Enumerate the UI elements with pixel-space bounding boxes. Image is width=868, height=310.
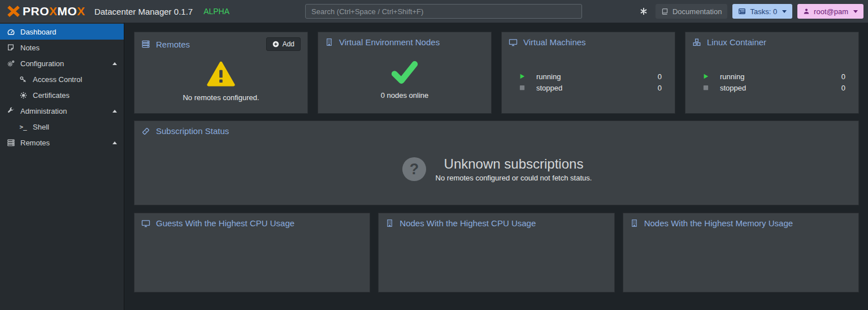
remotes-panel: Remotes Add No remotes configured. <box>134 32 308 114</box>
stop-square-icon <box>702 84 710 91</box>
sidebar-item-administration[interactable]: Administration <box>0 103 124 119</box>
panel-title: Subscription Status <box>156 126 229 136</box>
panel-title: Nodes With the Highest CPU Usage <box>400 218 536 228</box>
sidebar-item-label: Shell <box>33 123 49 131</box>
panel-title: Guests With the Highest CPU Usage <box>156 218 294 228</box>
question-circle-icon: ? <box>401 156 427 182</box>
gears-icon <box>6 59 16 68</box>
sidebar-item-configuration[interactable]: Configuration <box>0 55 124 71</box>
search-input[interactable] <box>305 4 582 19</box>
warning-icon <box>206 61 236 87</box>
book-icon <box>661 8 669 15</box>
nodes-panel: Virtual Environment Nodes 0 nodes online <box>318 32 492 114</box>
user-label: root@pam <box>814 7 848 16</box>
tachometer-icon <box>6 28 16 36</box>
key-icon <box>18 75 28 83</box>
certificate-icon <box>18 92 28 99</box>
monitor-icon <box>141 219 150 228</box>
dashboard-content: Remotes Add No remotes configured. <box>125 23 868 310</box>
sidebar-item-certificates[interactable]: Certificates <box>0 87 124 103</box>
virtual-machines-panel: Virtual Machines running 0 stopped 0 <box>501 32 675 114</box>
chevron-down-icon <box>853 10 858 13</box>
user-icon <box>803 8 810 15</box>
ticket-icon <box>141 127 150 136</box>
add-remote-button[interactable]: Add <box>266 37 301 51</box>
stat-label: stopped <box>720 84 746 92</box>
lxc-stopped-row: stopped 0 <box>685 82 858 93</box>
sidebar-item-label: Dashboard <box>20 28 57 36</box>
stat-value: 0 <box>841 84 845 92</box>
app-title: Datacenter Manager 0.1.7 <box>94 7 193 16</box>
server-icon <box>141 40 150 49</box>
panel-title: Linux Container <box>707 37 766 47</box>
wrench-icon <box>6 107 16 115</box>
stat-label: running <box>720 72 744 81</box>
chevron-up-icon[interactable] <box>112 141 117 144</box>
vm-running-row: running 0 <box>502 71 675 82</box>
play-icon <box>519 73 527 80</box>
svg-text:?: ? <box>409 161 418 178</box>
alpha-badge: ALPHA <box>203 7 229 16</box>
chevron-down-icon <box>782 10 787 13</box>
vm-stopped-row: stopped 0 <box>502 82 675 93</box>
header-actions: Documentation Tasks: 0 root@pam <box>640 4 863 19</box>
check-icon <box>390 60 419 85</box>
linux-container-panel: Linux Container running 0 stopped 0 <box>685 32 859 114</box>
cubes-icon <box>692 38 701 47</box>
stat-label: stopped <box>536 84 562 92</box>
sidebar-item-label: Notes <box>20 44 40 52</box>
theme-asterisk-icon[interactable] <box>640 7 648 15</box>
nodes-online-message: 0 nodes online <box>381 91 429 100</box>
proxmox-logo: PROXMOX <box>7 5 85 18</box>
subscription-status-panel: Subscription Status ? Unknown subscripti… <box>134 120 859 205</box>
nodes-memory-panel: Nodes With the Highest Memory Usage <box>623 213 859 292</box>
plus-circle-icon <box>272 41 279 48</box>
nodes-cpu-panel: Nodes With the Highest CPU Usage <box>378 213 614 292</box>
stat-value: 0 <box>841 72 845 81</box>
sidebar-item-access-control[interactable]: Access Control <box>0 71 124 87</box>
stat-value: 0 <box>658 72 662 81</box>
sidebar-item-label: Administration <box>20 107 67 115</box>
documentation-label: Documentation <box>672 7 722 16</box>
monitor-icon <box>509 38 518 47</box>
sidebar-item-label: Certificates <box>33 91 70 100</box>
sidebar-item-label: Access Control <box>33 75 82 84</box>
building-icon <box>385 219 394 227</box>
panel-title: Virtual Environment Nodes <box>339 37 440 47</box>
chevron-up-icon[interactable] <box>112 110 117 113</box>
sidebar-item-dashboard[interactable]: Dashboard <box>0 24 124 40</box>
sidebar: Dashboard Notes Configuration Access Con… <box>0 23 124 310</box>
documentation-button[interactable]: Documentation <box>656 4 727 19</box>
stop-square-icon <box>519 84 527 91</box>
sidebar-item-label: Configuration <box>20 59 64 68</box>
lxc-running-row: running 0 <box>685 71 858 82</box>
proxmox-x-icon <box>7 5 20 18</box>
add-label: Add <box>283 40 294 48</box>
building-icon <box>325 38 333 46</box>
tasks-button[interactable]: Tasks: 0 <box>732 4 792 19</box>
sidebar-item-shell[interactable]: >_ Shell <box>0 119 124 135</box>
terminal-icon: >_ <box>18 123 28 131</box>
proxmox-logo-text: PROXMOX <box>23 5 85 18</box>
top-bar: PROXMOX Datacenter Manager 0.1.7 ALPHA D… <box>0 0 868 23</box>
panel-title: Nodes With the Highest Memory Usage <box>644 218 793 228</box>
sidebar-item-label: Remotes <box>20 139 50 147</box>
subscription-headline: Unknown subscriptions <box>444 156 584 172</box>
note-icon <box>6 44 16 51</box>
tasks-label: Tasks: 0 <box>750 7 777 16</box>
sidebar-item-notes[interactable]: Notes <box>0 40 124 55</box>
user-menu-button[interactable]: root@pam <box>797 4 863 19</box>
guests-cpu-panel: Guests With the Highest CPU Usage <box>134 213 370 292</box>
stat-value: 0 <box>658 84 662 92</box>
play-icon <box>702 73 710 80</box>
server-icon <box>6 139 16 147</box>
stat-label: running <box>536 72 561 81</box>
chevron-up-icon[interactable] <box>112 62 117 65</box>
remotes-empty-message: No remotes configured. <box>183 93 259 102</box>
subscription-subtext: No remotes configured or could not fetch… <box>436 174 592 182</box>
sidebar-item-remotes[interactable]: Remotes <box>0 135 124 150</box>
building-icon <box>630 219 639 227</box>
task-list-icon <box>738 7 746 15</box>
panel-title: Remotes <box>156 40 190 49</box>
panel-title: Virtual Machines <box>523 37 586 47</box>
